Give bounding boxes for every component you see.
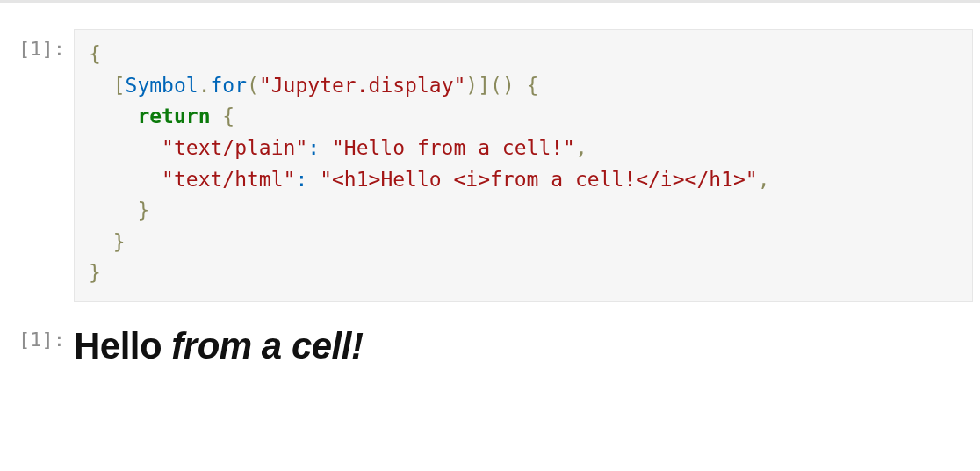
value-text-plain: "Hello from a cell!" <box>332 136 575 159</box>
window-top-border <box>0 0 980 3</box>
brace-open: { <box>89 42 101 65</box>
code-input[interactable]: { [Symbol.for("Jupyter.display")]() { re… <box>74 29 973 302</box>
input-cell: [1]: { [Symbol.for("Jupyter.display")]()… <box>0 29 980 302</box>
output-heading-plain: Hello <box>74 325 171 366</box>
output-cell: [1]: Hello from a cell! <box>0 320 980 367</box>
output-heading-italic: from a cell! <box>171 325 363 366</box>
output-heading: Hello from a cell! <box>74 325 973 367</box>
key-text-plain: "text/plain" <box>162 136 307 159</box>
string-jupyter-display: "Jupyter.display" <box>259 74 465 97</box>
bracket-close: ] <box>478 74 490 97</box>
key-text-html: "text/html" <box>162 168 295 191</box>
brace-close: } <box>89 261 101 284</box>
value-text-html: "<h1>Hello <i>from a cell!</i></h1>" <box>320 168 758 191</box>
input-prompt: [1]: <box>11 29 74 60</box>
bracket-open: [ <box>113 74 126 97</box>
keyword-return: return <box>137 105 210 127</box>
token-symbol: Symbol <box>126 74 198 97</box>
output-prompt: [1]: <box>11 320 74 351</box>
token-for: for <box>211 74 248 97</box>
output-area: Hello from a cell! <box>74 320 973 367</box>
